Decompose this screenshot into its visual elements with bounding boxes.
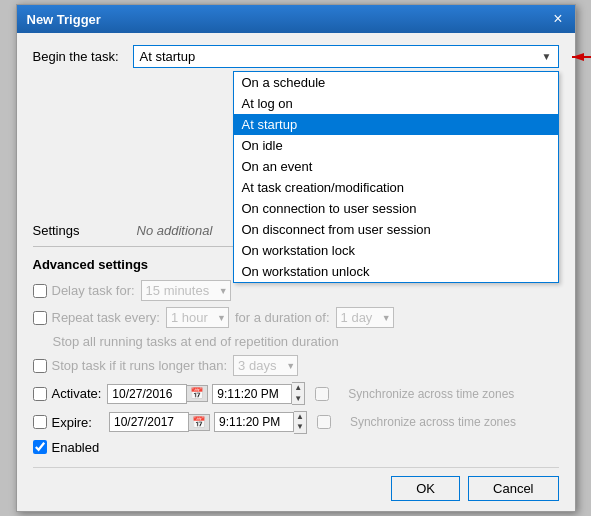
- expire-label[interactable]: Expire:: [33, 415, 92, 430]
- activate-spin-up-icon[interactable]: ▲: [292, 383, 304, 393]
- close-button[interactable]: ×: [551, 11, 564, 27]
- stop-longer-select-wrapper: 3 days ▼: [233, 355, 298, 376]
- stop-longer-label[interactable]: Stop task if it runs longer than:: [33, 358, 228, 373]
- dropdown-item-idle[interactable]: On idle: [234, 135, 558, 156]
- expire-datetime-group: 📅 ▲ ▼: [109, 411, 307, 434]
- dropdown-item-startup[interactable]: At startup: [234, 114, 558, 135]
- ok-button[interactable]: OK: [391, 476, 460, 501]
- activate-row: Activate: 📅 ▲ ▼ Synchronize across time …: [33, 382, 559, 405]
- expire-sync-checkbox[interactable]: [317, 415, 331, 429]
- expire-text: Expire:: [52, 415, 92, 430]
- dropdown-item-unlock[interactable]: On workstation unlock: [234, 261, 558, 282]
- expire-time-input[interactable]: [214, 412, 294, 432]
- expire-spin-down-icon[interactable]: ▼: [294, 422, 306, 432]
- begin-task-row: Begin the task: At startup ▼ On a schedu…: [33, 45, 559, 68]
- expire-spin-up-icon[interactable]: ▲: [294, 412, 306, 422]
- expire-sync-text: Synchronize across time zones: [350, 415, 516, 429]
- expire-calendar-button[interactable]: 📅: [189, 414, 210, 431]
- cancel-button[interactable]: Cancel: [468, 476, 558, 501]
- expire-sync-label[interactable]: Synchronize across time zones: [317, 415, 516, 429]
- repeat-task-select[interactable]: 1 hour: [166, 307, 229, 328]
- repeat-task-text: Repeat task every:: [52, 310, 160, 325]
- activate-checkbox[interactable]: [33, 387, 47, 401]
- repeat-task-row: Repeat task every: 1 hour ▼ for a durati…: [33, 307, 559, 328]
- dropdown-item-lock[interactable]: On workstation lock: [234, 240, 558, 261]
- advanced-settings-section: Advanced settings Delay task for: 15 min…: [33, 257, 559, 455]
- repeat-task-select-wrapper: 1 hour ▼: [166, 307, 229, 328]
- enabled-text: Enabled: [52, 440, 100, 455]
- dropdown-chevron-icon: ▼: [542, 51, 552, 62]
- dialog-body: Begin the task: At startup ▼ On a schedu…: [17, 33, 575, 511]
- activate-sync-label[interactable]: Synchronize across time zones: [315, 387, 514, 401]
- duration-select-wrapper: 1 day ▼: [336, 307, 394, 328]
- begin-task-dropdown[interactable]: At startup ▼: [133, 45, 559, 68]
- title-bar: New Trigger ×: [17, 5, 575, 33]
- expire-time-spinner[interactable]: ▲ ▼: [294, 411, 307, 434]
- delay-task-select[interactable]: 15 minutes: [141, 280, 231, 301]
- activate-time-spinner[interactable]: ▲ ▼: [292, 382, 305, 405]
- activate-calendar-button[interactable]: 📅: [187, 385, 208, 402]
- activate-sync-checkbox[interactable]: [315, 387, 329, 401]
- expire-row: Expire: 📅 ▲ ▼ Synchronize across time zo…: [33, 411, 559, 434]
- red-arrow-indicator: [567, 47, 592, 67]
- delay-task-checkbox[interactable]: [33, 284, 47, 298]
- stop-longer-select[interactable]: 3 days: [233, 355, 298, 376]
- dropdown-item-event[interactable]: On an event: [234, 156, 558, 177]
- activate-text: Activate:: [52, 386, 102, 401]
- duration-select[interactable]: 1 day: [336, 307, 394, 328]
- stop-running-row: Stop all running tasks at end of repetit…: [33, 334, 559, 349]
- activate-time-input[interactable]: [212, 384, 292, 404]
- bottom-buttons: OK Cancel: [33, 467, 559, 501]
- activate-sync-text: Synchronize across time zones: [348, 387, 514, 401]
- repeat-task-checkbox[interactable]: [33, 311, 47, 325]
- activate-datetime-group: 📅 ▲ ▼: [107, 382, 305, 405]
- activate-spin-down-icon[interactable]: ▼: [292, 394, 304, 404]
- enabled-label[interactable]: Enabled: [33, 440, 100, 455]
- stop-longer-checkbox[interactable]: [33, 359, 47, 373]
- repeat-task-label[interactable]: Repeat task every:: [33, 310, 160, 325]
- for-duration-label: for a duration of:: [235, 310, 330, 325]
- delay-task-label[interactable]: Delay task for:: [33, 283, 135, 298]
- stop-running-text: Stop all running tasks at end of repetit…: [53, 334, 339, 349]
- activate-label[interactable]: Activate:: [33, 386, 102, 401]
- dropdown-item-logon[interactable]: At log on: [234, 93, 558, 114]
- enabled-row: Enabled: [33, 440, 559, 455]
- begin-task-value: At startup: [140, 49, 542, 64]
- delay-task-row: Delay task for: 15 minutes ▼: [33, 280, 559, 301]
- begin-task-dropdown-list: On a schedule At log on At startup On id…: [233, 71, 559, 283]
- dropdown-item-connect[interactable]: On connection to user session: [234, 198, 558, 219]
- no-additional-text: No additional: [137, 223, 213, 238]
- dropdown-item-disconnect[interactable]: On disconnect from user session: [234, 219, 558, 240]
- settings-label: Settings: [33, 223, 133, 238]
- begin-task-dropdown-container: At startup ▼ On a schedule At log on At …: [133, 45, 559, 68]
- expire-checkbox[interactable]: [33, 415, 47, 429]
- delay-task-select-wrapper: 15 minutes ▼: [141, 280, 231, 301]
- dropdown-item-schedule[interactable]: On a schedule: [234, 72, 558, 93]
- expire-date-input[interactable]: [109, 412, 189, 432]
- stop-longer-text: Stop task if it runs longer than:: [52, 358, 228, 373]
- enabled-checkbox[interactable]: [33, 440, 47, 454]
- dialog-title: New Trigger: [27, 12, 101, 27]
- activate-date-input[interactable]: [107, 384, 187, 404]
- new-trigger-dialog: New Trigger × Begin the task: At startup…: [16, 4, 576, 512]
- begin-task-label: Begin the task:: [33, 49, 133, 64]
- stop-longer-row: Stop task if it runs longer than: 3 days…: [33, 355, 559, 376]
- dropdown-item-creation[interactable]: At task creation/modification: [234, 177, 558, 198]
- delay-task-text: Delay task for:: [52, 283, 135, 298]
